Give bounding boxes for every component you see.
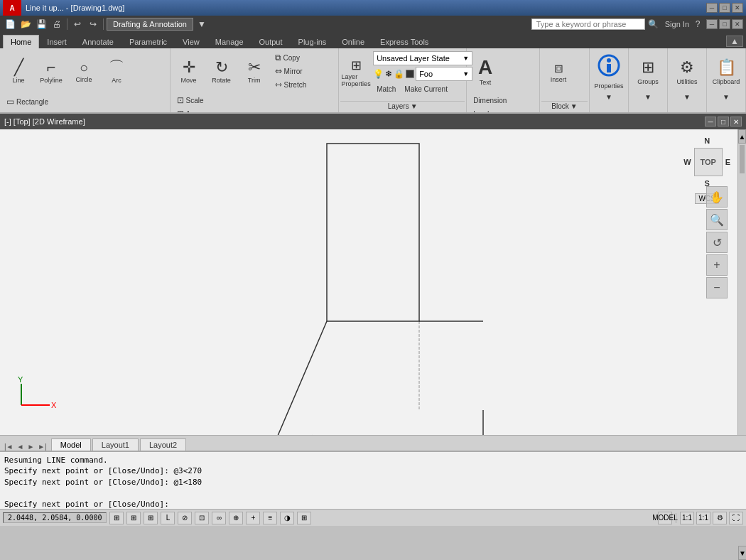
full-screen-button[interactable]: ⛶ [729,512,743,524]
ribbon-minimize-button[interactable]: ▲ [726,36,743,47]
otrack-button[interactable]: ∞ [212,512,226,524]
acad-logo[interactable]: A [3,0,21,16]
dimension-button[interactable]: Dimension [470,94,510,107]
groups-button[interactable]: ⊞ Groups [632,51,664,92]
layer-on-icon[interactable]: 💡 [373,69,384,79]
redo-button[interactable]: ↪ [86,18,100,31]
circle-button[interactable]: ○ Circle [68,51,99,92]
tab-annotate[interactable]: Annotate [75,35,121,48]
tab-plugins[interactable]: Plug-ins [291,35,335,48]
model-space-toggle[interactable]: ⊞ [109,512,124,524]
annotation-scale[interactable]: 1:1 [696,512,710,524]
leader-button[interactable]: Leader [470,107,510,114]
zoom-out-tool[interactable]: − [706,277,728,298]
color-swatch[interactable] [406,70,414,78]
tab-layout1[interactable]: Layout1 [92,438,139,451]
open-button[interactable]: 📂 [18,18,33,31]
scale-button[interactable]: ⊡Scale [173,94,213,107]
tab-nav-next[interactable]: ► [26,443,36,451]
workspace-selector[interactable]: Drafting & Annotation [107,18,193,31]
viewport-restore[interactable]: □ [718,117,729,126]
grid-button[interactable]: ⊞ [144,512,158,524]
move-button[interactable]: ✛ Move [173,51,205,92]
layer-match-button[interactable]: Match [373,82,399,95]
insert-button[interactable]: ⧈ Insert [543,51,574,92]
tab-insert[interactable]: Insert [39,35,75,48]
pan-tool[interactable]: ✋ [706,186,728,208]
command-area[interactable]: Resuming LINE command. Specify next poin… [0,451,746,509]
help-button[interactable]: ? [691,18,705,31]
minimize-dwg-button[interactable]: ─ [706,19,718,29]
groups-expand[interactable]: ▼ [644,92,652,102]
properties-expand[interactable]: ▼ [605,92,612,102]
dyn-button[interactable]: + [246,512,260,524]
close-dwg-button[interactable]: ✕ [732,19,743,29]
layer-properties-button[interactable]: ⊞ Layer Properties [342,55,370,91]
workspace-button2[interactable]: ⚙ [713,512,727,524]
restore-button[interactable]: □ [719,3,730,13]
utilities-button[interactable]: ⚙ Utilities [671,51,703,92]
tab-nav-prev[interactable]: ◄ [16,443,26,451]
rectangle-button[interactable]: ▭ Rectangle [3,95,52,108]
tab-home[interactable]: Home [3,35,39,48]
arc-button[interactable]: ⌒ Arc [101,51,132,92]
clipboard-expand[interactable]: ▼ [723,92,730,102]
line-button[interactable]: ╱ Line [3,51,34,92]
lineweight-button[interactable]: ≡ [263,512,277,524]
save-button[interactable]: 💾 [34,18,48,31]
zoom-in-tool[interactable]: + [706,254,728,276]
ducs-button[interactable]: ⊕ [229,512,243,524]
tab-model[interactable]: Model [51,438,91,451]
layer-lock-icon[interactable]: 🔒 [394,69,404,79]
viewport-close[interactable]: ✕ [730,117,742,126]
vertical-scrollbar[interactable]: ▲ ▼ [737,129,746,435]
clipboard-button[interactable]: 📋 Clipboard [710,51,742,92]
tab-nav-first[interactable]: |◄ [3,443,15,451]
nav-top-button[interactable]: TOP [694,148,723,176]
utilities-expand[interactable]: ▼ [683,92,691,102]
layer-name-dropdown[interactable]: Foo ▼ [416,67,472,81]
trim-button[interactable]: ✂ Trim [239,51,270,92]
restore-dwg-button[interactable]: □ [719,19,730,29]
workspace-dropdown-arrow[interactable]: ▼ [195,18,209,31]
transparency-button[interactable]: ◑ [280,512,294,524]
signin-button[interactable]: Sign In [665,20,689,28]
tab-nav-last[interactable]: ►| [36,443,48,451]
model-button[interactable]: MODEL [658,512,672,524]
layer-state-dropdown[interactable]: Unsaved Layer State ▼ [373,51,472,65]
copy-button[interactable]: ⧉Copy [271,51,310,64]
text-button[interactable]: A Text [470,51,501,92]
tab-view[interactable]: View [175,35,207,48]
polyline-button[interactable]: ⌐ Polyline [36,51,67,92]
block-group-label[interactable]: Block▼ [541,101,588,111]
new-button[interactable]: 📄 [3,18,17,31]
plot-button[interactable]: 🖨 [50,18,64,31]
mirror-button[interactable]: ⇔Mirror [271,65,310,77]
selection-cycling[interactable]: ⊞ [297,512,311,524]
array-button[interactable]: ⊞Array [173,107,213,114]
polar-button[interactable]: ⊘ [178,512,192,524]
search-icon[interactable]: 🔍 [647,18,661,31]
tab-output[interactable]: Output [252,35,291,48]
tab-parametric[interactable]: Parametric [121,35,175,48]
search-input[interactable] [531,18,645,30]
tab-express-tools[interactable]: Express Tools [372,35,436,48]
undo-button[interactable]: ↩ [70,18,85,31]
viewport-minimize[interactable]: ─ [705,117,716,126]
tab-layout2[interactable]: Layout2 [140,438,186,451]
zoom-tool[interactable]: 🔍 [706,209,728,230]
grid-snap-button[interactable]: ⊞ [126,512,141,524]
drawing-viewport[interactable]: 1.0879 60° Specify next point or ⊞ Close… [0,129,737,435]
tab-online[interactable]: Online [334,35,372,48]
layer-freeze-icon[interactable]: ❄ [385,69,392,79]
layers-group-label[interactable]: Layers▼ [340,101,465,111]
close-button[interactable]: ✕ [732,3,743,13]
properties-button[interactable]: Properties [593,51,625,92]
osnap-button[interactable]: ⊡ [195,512,209,524]
tab-manage[interactable]: Manage [207,35,252,48]
orbit-tool[interactable]: ↺ [706,232,728,253]
hatch-button[interactable]: ▦ Hatch [3,109,52,114]
ortho-button[interactable]: L [161,512,175,524]
viewport-scale[interactable]: 1:1 [680,512,694,524]
stretch-button[interactable]: ⇿Stretch [271,78,310,91]
